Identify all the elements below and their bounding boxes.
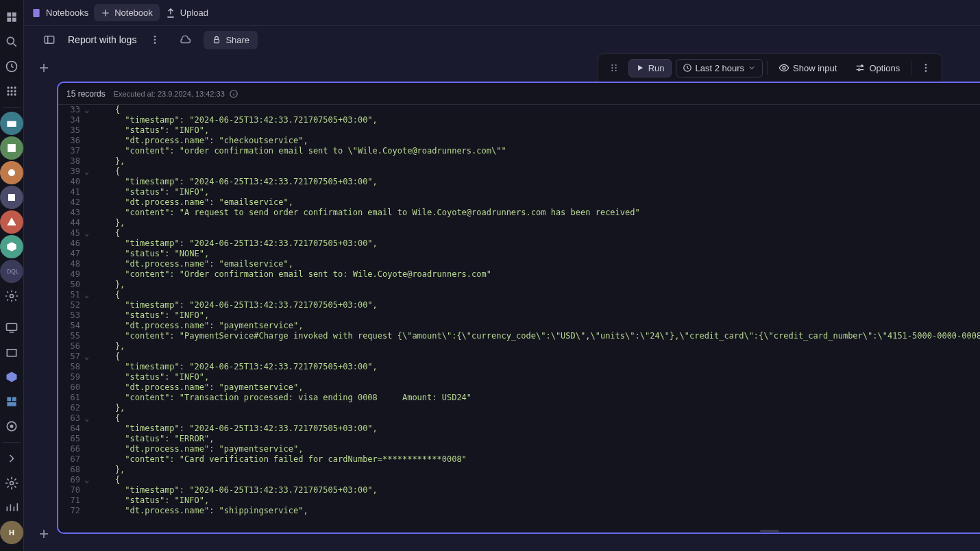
- svg-rect-36: [215, 39, 219, 42]
- panel-toggle-icon[interactable]: [38, 28, 61, 51]
- service-5-icon[interactable]: [0, 210, 23, 234]
- svg-point-34: [154, 39, 156, 41]
- service-6-icon[interactable]: [0, 235, 23, 258]
- code-output[interactable]: 33⌄ {34 "timestamp": "2024-06-25T13:42:3…: [58, 105, 980, 528]
- svg-rect-18: [7, 350, 16, 356]
- left-nav: DQL H: [0, 0, 24, 551]
- svg-marker-19: [7, 372, 17, 382]
- svg-point-35: [154, 42, 156, 44]
- share-button[interactable]: Share: [204, 31, 258, 49]
- cell-toolbar: Run Last 2 hours Show: [598, 53, 943, 82]
- cube-icon[interactable]: [0, 365, 23, 389]
- svg-point-48: [925, 67, 927, 69]
- svg-point-41: [615, 67, 616, 69]
- gear-icon[interactable]: [0, 472, 23, 495]
- svg-point-5: [7, 90, 9, 92]
- svg-point-6: [10, 90, 12, 92]
- clock-icon: [683, 63, 692, 73]
- svg-point-24: [10, 425, 14, 428]
- service-3-icon[interactable]: [0, 161, 23, 184]
- eye-icon: [779, 62, 789, 73]
- svg-rect-32: [45, 36, 54, 44]
- home-icon[interactable]: [0, 5, 23, 29]
- sliders-icon: [855, 62, 866, 73]
- service-7-icon[interactable]: DQL: [0, 260, 23, 283]
- records-count: 15 records: [66, 89, 106, 99]
- svg-point-49: [925, 70, 927, 72]
- svg-point-3: [10, 86, 12, 88]
- svg-point-46: [859, 69, 861, 71]
- chevron-down-icon: [748, 64, 756, 72]
- svg-rect-11: [8, 144, 16, 152]
- svg-point-0: [7, 37, 14, 44]
- svg-point-10: [14, 93, 16, 95]
- new-notebook-button[interactable]: Notebook: [94, 4, 160, 21]
- svg-rect-26: [33, 9, 39, 17]
- svg-point-47: [925, 64, 927, 66]
- svg-rect-13: [8, 194, 15, 201]
- svg-point-4: [14, 86, 16, 88]
- svg-point-39: [611, 70, 613, 71]
- svg-rect-20: [7, 397, 11, 401]
- resize-handle[interactable]: [58, 528, 980, 532]
- service-2-icon[interactable]: [0, 136, 23, 160]
- expand-icon[interactable]: [0, 447, 23, 470]
- add-cell-button[interactable]: [34, 58, 54, 78]
- svg-rect-22: [7, 402, 16, 406]
- svg-point-9: [10, 93, 12, 95]
- service-4-icon[interactable]: [0, 186, 23, 209]
- svg-point-44: [783, 66, 785, 69]
- dashboard-icon[interactable]: [0, 390, 23, 413]
- svg-point-40: [615, 64, 616, 66]
- svg-point-16: [10, 295, 14, 298]
- svg-point-37: [611, 64, 613, 66]
- report-title[interactable]: Report with logs: [68, 34, 136, 45]
- svg-marker-14: [7, 242, 16, 251]
- add-cell-bottom-button[interactable]: [34, 524, 54, 544]
- svg-point-12: [8, 169, 15, 176]
- svg-point-45: [861, 65, 863, 67]
- run-button[interactable]: Run: [628, 59, 672, 77]
- executed-at: Executed at: 23.9.2024, 13:42:33: [114, 89, 238, 99]
- more-vertical-icon[interactable]: [143, 28, 167, 51]
- svg-point-8: [7, 93, 9, 95]
- target-icon[interactable]: [0, 415, 23, 438]
- cloud-icon[interactable]: [173, 28, 197, 51]
- topbar: Notebooks Notebook Upload ?: [24, 0, 980, 26]
- svg-point-33: [154, 36, 156, 38]
- upload-button[interactable]: Upload: [165, 8, 208, 19]
- drag-handle-icon[interactable]: [604, 58, 624, 78]
- svg-point-38: [611, 67, 613, 69]
- lock-icon: [212, 35, 221, 45]
- time-range-button[interactable]: Last 2 hours: [676, 59, 763, 77]
- svg-rect-21: [12, 397, 16, 401]
- apps-icon[interactable]: [0, 79, 23, 103]
- chart-icon[interactable]: [0, 496, 23, 519]
- svg-point-2: [7, 86, 9, 88]
- cell-more-icon[interactable]: [916, 58, 936, 78]
- show-input-button[interactable]: Show input: [772, 58, 844, 77]
- secondbar: Report with logs Share History Rerun: [31, 26, 980, 53]
- play-icon: [635, 63, 645, 73]
- activity-icon[interactable]: [0, 55, 23, 78]
- svg-point-25: [10, 482, 14, 485]
- search-icon[interactable]: [0, 30, 23, 53]
- svg-point-42: [615, 70, 616, 71]
- output-cell: 15 records Executed at: 23.9.2024, 13:42…: [57, 82, 980, 534]
- info-icon[interactable]: [229, 89, 238, 99]
- options-button[interactable]: Options: [848, 58, 907, 77]
- svg-point-7: [14, 90, 16, 92]
- svg-text:DQL: DQL: [7, 268, 19, 275]
- box-icon[interactable]: [0, 341, 23, 364]
- svg-rect-17: [7, 323, 17, 330]
- service-1-icon[interactable]: [0, 112, 23, 135]
- monitor-icon[interactable]: [0, 316, 23, 339]
- notebooks-link[interactable]: Notebooks: [31, 8, 88, 19]
- avatar[interactable]: H: [0, 521, 23, 544]
- settings-icon[interactable]: [0, 284, 23, 308]
